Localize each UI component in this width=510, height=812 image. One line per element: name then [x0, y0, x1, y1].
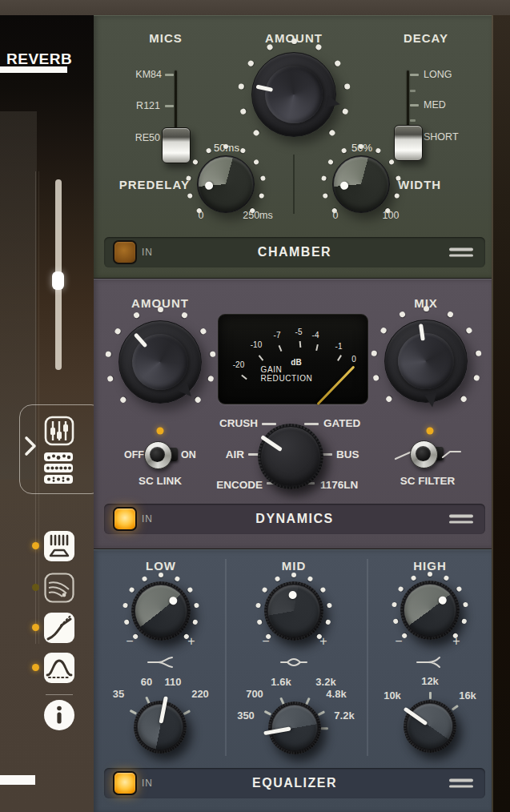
vertical-slider-handle[interactable]: [52, 271, 64, 290]
chamber-divider: [293, 155, 295, 214]
sc-link-toggle[interactable]: [143, 440, 179, 469]
eq-high-plus: +: [452, 634, 460, 649]
high-freq-16k[interactable]: 16k: [459, 689, 476, 701]
low-freq-110[interactable]: 110: [165, 676, 182, 688]
decay-selector-handle[interactable]: [394, 125, 423, 161]
width-knob[interactable]: [332, 155, 390, 213]
bottom-white-bar: [0, 775, 35, 785]
eq-low-gain-knob[interactable]: [134, 584, 188, 638]
sidebar-divider: [46, 694, 73, 695]
knob-pointer: [102, 303, 219, 421]
eq-mid-minus: −: [262, 634, 269, 649]
low-freq-35[interactable]: 35: [113, 688, 124, 700]
sc-link-led: [157, 428, 164, 435]
knob-ring-dot: [238, 83, 244, 90]
mode-encode[interactable]: ENCODE: [216, 479, 263, 491]
mid-freq-3k2[interactable]: 3.2k: [315, 676, 335, 688]
width-min: 0: [333, 210, 339, 221]
mode-1176ln[interactable]: 1176LN: [320, 479, 358, 491]
dynamics-amount-knob[interactable]: [118, 320, 202, 404]
eq-low-minus: −: [126, 634, 133, 649]
speaker-module-icon[interactable]: [44, 573, 74, 603]
eq-high-label: HIGH: [413, 559, 447, 573]
dynamics-drag-handle[interactable]: [449, 512, 473, 527]
chamber-amount-knob[interactable]: [251, 52, 336, 137]
vu-scale-label: -5: [295, 328, 303, 336]
knob-pointer: [132, 699, 188, 755]
dynamics-section-bar: IN DYNAMICS: [104, 504, 485, 534]
info-icon[interactable]: [44, 700, 74, 730]
page-title: REVERB: [6, 50, 72, 68]
knob-dot-pointer: [195, 153, 257, 215]
chamber-module-icon[interactable]: [44, 531, 74, 561]
low-freq-220[interactable]: 220: [191, 688, 209, 700]
decay-tick: [410, 104, 419, 107]
dynamics-section-title: DYNAMICS: [104, 512, 485, 526]
rack-units-icon[interactable]: [44, 452, 74, 484]
background-photo-column: REVERB: [0, 15, 94, 812]
vu-scale-label: -10: [251, 340, 262, 349]
chevron-right-icon[interactable]: [22, 435, 38, 457]
mid-freq-700[interactable]: 700: [246, 688, 263, 700]
high-freq-12k[interactable]: 12k: [421, 675, 439, 687]
vu-tick: [279, 345, 283, 352]
eq-low-label: LOW: [146, 559, 176, 573]
mid-freq-4k8[interactable]: 4.8k: [326, 688, 346, 700]
eq-mid-freq-knob[interactable]: [271, 704, 319, 752]
low-freq-60[interactable]: 60: [141, 676, 152, 688]
mid-freq-1k6[interactable]: 1.6k: [271, 676, 291, 688]
window-top-bar: [0, 0, 510, 15]
decay-option-short[interactable]: SHORT: [424, 131, 459, 143]
sc-filter-toggle[interactable]: [408, 440, 445, 468]
decay-tick: [410, 74, 419, 76]
mode-bus[interactable]: BUS: [336, 448, 359, 460]
mode-crush[interactable]: CRUSH: [219, 417, 258, 429]
dynamics-mode-knob[interactable]: [260, 426, 321, 487]
mic-option-re50[interactable]: RE50: [135, 132, 160, 143]
channel-strip-icon[interactable]: [44, 416, 74, 446]
eq-high-minus: −: [395, 634, 402, 649]
mid-freq-7k2[interactable]: 7.2k: [334, 709, 354, 722]
knob-ring-dot: [209, 351, 215, 357]
gain-reduction-meter: -20 -10 -7 -5 -4 -1 0 dB GAIN REDUCTION: [218, 314, 368, 404]
module-led-compressor: [32, 624, 39, 631]
eq-high-freq-knob[interactable]: [406, 702, 454, 750]
decay-tick: [410, 90, 416, 92]
mix-knob[interactable]: [384, 320, 468, 403]
eq-high-gain-knob[interactable]: [403, 583, 457, 637]
high-freq-10k[interactable]: 10k: [384, 689, 401, 701]
chamber-section-title: CHAMBER: [104, 245, 485, 259]
eq-mid-label: MID: [282, 559, 307, 573]
eq-divider: [367, 559, 368, 756]
vu-scale-label: -7: [274, 331, 281, 340]
eq-low-freq-knob[interactable]: [136, 703, 184, 751]
compressor-module-icon[interactable]: [44, 613, 74, 643]
knob-ring-dot: [158, 307, 163, 312]
vu-scale-label: 0: [351, 355, 356, 364]
knob-ring-dot: [343, 83, 350, 90]
knob-dot-pointer: [330, 153, 392, 215]
equalizer-drag-handle[interactable]: [449, 776, 473, 791]
eq-mid-gain-knob[interactable]: [267, 584, 321, 638]
knob-ring-dot: [291, 38, 297, 44]
mode-air[interactable]: AIR: [226, 448, 244, 460]
chamber-drag-handle[interactable]: [449, 245, 473, 260]
predelay-max: 250ms: [243, 210, 273, 221]
mid-freq-350[interactable]: 350: [237, 709, 255, 722]
mic-option-km84[interactable]: KM84: [135, 69, 162, 80]
decay-option-long[interactable]: LONG: [424, 69, 452, 80]
knob-ring-dot: [371, 350, 377, 356]
mic-option-r121[interactable]: R121: [136, 100, 160, 111]
chamber-section-bar: IN CHAMBER: [104, 237, 485, 267]
decay-selector-track[interactable]: [407, 70, 409, 131]
vu-caption: GAIN REDUCTION: [261, 365, 332, 383]
eq-module-icon[interactable]: [44, 653, 74, 683]
mode-gated[interactable]: GATED: [323, 417, 360, 429]
vu-tick: [337, 355, 342, 361]
mics-tick: [165, 74, 174, 76]
mics-selector-handle[interactable]: [162, 127, 191, 163]
decay-option-med[interactable]: MED: [424, 99, 446, 111]
toggle-inner: [150, 447, 165, 462]
predelay-knob[interactable]: [197, 155, 255, 213]
knob-ring-dot: [424, 306, 429, 312]
